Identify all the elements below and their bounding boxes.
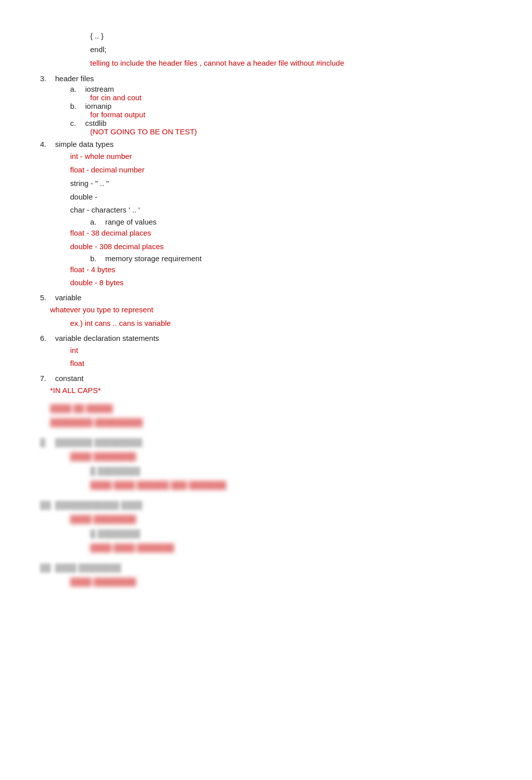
section-3-b-note: for format output	[70, 110, 491, 119]
section-5: 5. variable whatever you type to represe…	[40, 293, 491, 330]
section-7-header: 7. constant	[40, 374, 491, 382]
blurred-2-red2: ████ ████ ██████ ███ ███████	[90, 479, 491, 492]
blurred-block-1: ████ ██ █████ ████████ █████████	[40, 402, 491, 429]
blurred-content: ████ ██ █████ ████████ █████████ █ █████…	[40, 402, 491, 589]
section-4-b-text: memory storage requirement	[105, 254, 202, 263]
section-7: 7. constant *IN ALL CAPS*	[40, 374, 491, 397]
section-3-b-text: iomanip	[85, 102, 112, 110]
blurred-3-sub2: █ ████████ ████ ████ ███████	[70, 527, 491, 554]
section-7-num: 7.	[40, 374, 55, 382]
section-6-float: float	[70, 357, 491, 370]
top-line2: endl;	[90, 44, 491, 56]
blurred-3-red1: ████ ████████	[70, 513, 491, 526]
section-4-num: 4.	[40, 140, 55, 148]
section-3-b-item: b. iomanip	[70, 102, 491, 110]
blurred-3-header: ██ ████████████ ████	[40, 499, 491, 512]
blurred-3-red2: ████ ████ ███████	[90, 541, 491, 554]
blurred-2-red1: ████ ████████	[70, 450, 491, 463]
section-5-num: 5.	[40, 293, 55, 302]
section-3-c-note: (NOT GOING TO BE ON TEST)	[70, 127, 491, 136]
detail-float-4: float - 4 bytes	[70, 264, 491, 276]
detail-double-8: double - 8 bytes	[70, 277, 491, 289]
section-4-label: simple data types	[55, 140, 114, 148]
section-3-b: b. iomanip for format output	[40, 102, 491, 119]
blurred-4-num: ██	[40, 561, 55, 574]
blurred-2-label: ███████ █████████	[55, 436, 142, 449]
blurred-2-num: █	[40, 436, 55, 449]
detail-double: double -	[70, 191, 491, 204]
section-4-header: 4. simple data types	[40, 140, 491, 148]
blurred-2-dark1: █ ████████	[90, 465, 491, 478]
section-3-b-note-text: for format output	[90, 110, 145, 119]
blurred-2-header: █ ███████ █████████	[40, 436, 491, 449]
section-6: 6. variable declaration statements int f…	[40, 334, 491, 370]
blurred-block-2: █ ███████ █████████ ████ ████████ █ ████…	[40, 436, 491, 492]
section-5-note: whatever you type to represent	[40, 304, 491, 316]
section-6-int: int	[70, 344, 491, 357]
section-3-a-item: a. iostream	[70, 85, 491, 93]
detail-string: string - " .. "	[70, 177, 491, 190]
alpha-c: c.	[70, 119, 85, 127]
blurred-2-sub: ████ ████████ █ ████████ ████ ████ █████…	[40, 450, 491, 492]
section-6-header: 6. variable declaration statements	[40, 334, 491, 342]
detail-char: char - characters ' .. '	[70, 204, 491, 217]
blurred-3-num: ██	[40, 499, 55, 512]
blurred-4-sub: ████ ████████	[40, 575, 491, 589]
section-6-num: 6.	[40, 334, 55, 342]
detail-float-38: float - 38 decimal places	[70, 227, 491, 240]
section-3-label: header files	[55, 74, 94, 83]
blurred-3-label: ████████████ ████	[55, 499, 142, 512]
section-4-a-text: range of values	[105, 218, 157, 226]
section-6-label: variable declaration statements	[55, 334, 159, 342]
section-5-example: ex.) int cans .. cans is variable	[40, 317, 491, 330]
section-3-num: 3.	[40, 74, 55, 83]
section-3-a-note-text: for cin and cout	[90, 93, 142, 102]
section-3-header: 3. header files	[40, 74, 491, 83]
blurred-block-3: ██ ████████████ ████ ████ ████████ █ ███…	[40, 499, 491, 554]
blurred-3-dark1: █ ████████	[90, 527, 491, 540]
section-7-label: constant	[55, 374, 84, 382]
detail-float: float - decimal number	[70, 164, 491, 176]
section-7-note: *IN ALL CAPS*	[40, 384, 491, 397]
blurred-3-sub: ████ ████████ █ ████████ ████ ████ █████…	[40, 513, 491, 554]
alpha-a: a.	[70, 85, 85, 93]
alpha-b2: b.	[90, 254, 105, 263]
blurred-4-header: ██ ████ ████████	[40, 561, 491, 574]
section-5-label: variable	[55, 293, 82, 302]
section-4-details: int - whole number float - decimal numbe…	[40, 150, 491, 289]
section-3-a-note: for cin and cout	[70, 93, 491, 102]
section-4: 4. simple data types int - whole number …	[40, 140, 491, 289]
top-block: { .. } endl; telling to include the head…	[40, 30, 491, 69]
section-3: 3. header files a. iostream for cin and …	[40, 74, 491, 136]
blurred-1-line2: ████████ █████████	[50, 416, 491, 429]
section-3-a: a. iostream for cin and cout	[40, 85, 491, 102]
alpha-b: b.	[70, 102, 85, 110]
section-5-header: 5. variable	[40, 293, 491, 302]
alpha-a2: a.	[90, 218, 105, 226]
section-4-b-item: b. memory storage requirement	[90, 254, 491, 263]
blurred-1-line1: ████ ██ █████	[50, 402, 491, 415]
section-3-c-item: c. cstdlib	[70, 119, 491, 127]
section-3-c: c. cstdlib (NOT GOING TO BE ON TEST)	[40, 119, 491, 136]
section-3-c-text: cstdlib	[85, 119, 107, 127]
blurred-4-label: ████ ████████	[55, 561, 121, 574]
blurred-4-red1: ████ ████████	[70, 575, 491, 589]
section-6-items: int float	[40, 344, 491, 370]
section-3-a-text: iostream	[85, 85, 114, 93]
detail-double-308: double - 308 decimal places	[70, 241, 491, 253]
page-content: { .. } endl; telling to include the head…	[40, 30, 491, 589]
top-line3: telling to include the header files , ca…	[90, 57, 491, 70]
top-line1: { .. }	[90, 30, 491, 43]
section-4-a-item: a. range of values	[90, 218, 491, 226]
section-4-a: a. range of values	[70, 218, 491, 226]
detail-int: int - whole number	[70, 150, 491, 163]
blurred-block-4: ██ ████ ████████ ████ ████████	[40, 561, 491, 589]
section-3-c-note-text: (NOT GOING TO BE ON TEST)	[90, 127, 197, 136]
blurred-2-sub2: █ ████████ ████ ████ ██████ ███ ███████	[70, 465, 491, 492]
section-4-b: b. memory storage requirement	[70, 254, 491, 263]
